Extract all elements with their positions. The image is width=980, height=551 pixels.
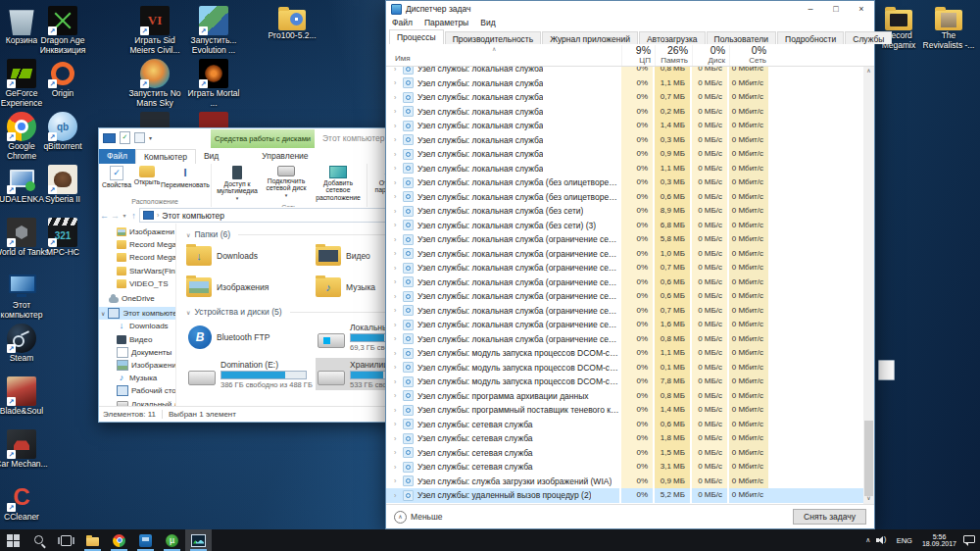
end-task-button[interactable]: Снять задачу [793, 509, 866, 525]
nav-item-Downloads[interactable]: ↓Downloads [99, 320, 175, 332]
new-folder-icon[interactable] [134, 132, 145, 143]
process-row[interactable]: ›Узел службы: локальная служба0%0,2 МБ0 … [386, 105, 863, 120]
chevron-right-icon[interactable]: › [394, 392, 399, 399]
drive-tile-Хранилище (F[interactable]: Хранилище (F533 ГБ свобод [316, 358, 393, 390]
desktop-icon-no-mans-sky[interactable]: ↗Запустить No Mans Sky [127, 59, 182, 112]
chevron-right-icon[interactable]: › [394, 335, 399, 342]
chevron-right-icon[interactable]: › [394, 66, 399, 73]
chevron-down-icon[interactable]: ▾ [121, 212, 128, 219]
clock[interactable]: 5:56 18.09.2017 [917, 533, 961, 548]
desktop-icon-syberia-2[interactable]: ↗Syberia II [35, 165, 90, 218]
desktop-icon-civilization-6[interactable]: VI↗Играть Sid Meiers Civil... [127, 6, 182, 59]
process-list-scrollbar[interactable]: ∧ ∨ [863, 66, 874, 504]
process-row[interactable]: ›Узел службы: локальная служба (без олиц… [386, 190, 863, 205]
nav-item-Record Megami[interactable]: Record Megami [99, 251, 175, 264]
column-memory[interactable]: 26% Память [655, 45, 688, 66]
menu-Параметры[interactable]: Параметры [418, 17, 474, 29]
column-disk[interactable]: 0% Диск [692, 45, 725, 66]
taskbar-task-view[interactable] [53, 529, 79, 551]
breadcrumb[interactable]: Этот компьютер [162, 211, 224, 221]
nav-item-Record Megami[interactable]: Record Megami [99, 238, 175, 251]
taskbar-task-manager[interactable] [185, 529, 212, 551]
chevron-right-icon[interactable]: › [394, 79, 399, 86]
desktop-icon-ccleaner[interactable]: C↗CCleaner [0, 482, 49, 535]
nav-item-Изображени[interactable]: Изображени [99, 225, 175, 238]
desktop-icon-evolution[interactable]: ↗Запустить... Evolution ... [186, 6, 241, 59]
chevron-right-icon[interactable]: › [394, 449, 399, 456]
chevron-right-icon[interactable]: › [394, 477, 399, 484]
chevron-right-icon[interactable]: › [394, 407, 399, 414]
properties-icon[interactable]: ✓ [120, 131, 130, 144]
folder-tile-Изображения[interactable]: Изображения [186, 275, 316, 300]
chevron-right-icon[interactable]: › [394, 123, 399, 129]
back-icon[interactable]: ← [99, 211, 110, 221]
explorer-tab-Компьютер[interactable]: Компьютер [135, 149, 196, 164]
ribbon-button-mapdrive[interactable]: Подключить сетевой диск▾ [261, 165, 312, 203]
desktop-icon-origin[interactable]: ↗Origin [35, 59, 90, 112]
process-row[interactable]: ›Узел службы: модуль запуска процессов D… [386, 346, 863, 361]
computer-icon[interactable] [103, 133, 116, 143]
chevron-right-icon[interactable]: › [394, 222, 399, 228]
folder-tile-Музыка[interactable]: ♪Музыка [316, 275, 393, 300]
nav-item-Видео[interactable]: Видео [99, 333, 175, 346]
chevron-right-icon[interactable]: › [394, 136, 399, 143]
chevron-right-icon[interactable]: › [394, 293, 399, 300]
taskbar-blue-app[interactable] [132, 529, 159, 551]
process-row[interactable]: ›Узел службы: локальная служба (без сети… [386, 204, 863, 219]
process-row[interactable]: ›Узел службы: локальная служба (без олиц… [386, 175, 863, 190]
tm-tab-Автозагрузка[interactable]: Автозагрузка [639, 31, 706, 44]
tray-chevron-up-icon[interactable]: ∧ [861, 536, 875, 544]
nav-item-Рабочий стол[interactable]: Рабочий стол [99, 384, 175, 397]
process-row[interactable]: ›Узел службы: локальная служба0%1,4 МБ0 … [386, 119, 863, 133]
drive-tile-Domination (E:)[interactable]: Domination (E:)386 ГБ свободно из 488 ГБ [186, 358, 316, 390]
folders-section-header[interactable]: ∨ Папки (6) [186, 229, 393, 239]
chevron-right-icon[interactable]: › [394, 307, 399, 314]
folder-tile-Downloads[interactable]: ↓Downloads [186, 243, 316, 269]
devices-section-header[interactable]: ∨ Устройства и диски (5) [186, 307, 393, 317]
scroll-down-icon[interactable]: ∨ [863, 493, 874, 504]
process-row[interactable]: ›Узел службы: локальная служба (ограниче… [386, 261, 863, 276]
tm-tab-Пользователи[interactable]: Пользователи [707, 31, 776, 44]
chevron-right-icon[interactable]: › [394, 236, 399, 243]
chevron-right-icon[interactable]: › [394, 278, 399, 285]
explorer-tab-Управление[interactable]: Управление [254, 149, 316, 164]
taskbar-search[interactable] [26, 529, 53, 551]
process-row[interactable]: ›Узел службы: локальная служба (ограниче… [386, 247, 863, 262]
chevron-right-icon[interactable]: › [394, 265, 399, 272]
explorer-tab-Файл[interactable]: Файл [99, 149, 135, 164]
chevron-right-icon[interactable]: › [394, 108, 399, 115]
desktop-icon-this-pc[interactable]: Этот компьютер [0, 271, 49, 324]
menu-Вид[interactable]: Вид [474, 17, 501, 29]
task-manager-titlebar[interactable]: Диспетчер задач – □ × [386, 1, 874, 17]
action-center-icon[interactable] [961, 534, 977, 546]
process-row[interactable]: ›Узел службы: модуль запуска процессов D… [386, 361, 863, 376]
tm-tab-Службы[interactable]: Службы [845, 31, 892, 44]
chevron-right-icon[interactable]: › [394, 250, 399, 257]
nav-item-VIDEO_TS[interactable]: VIDEO_TS [99, 277, 175, 290]
forward-icon[interactable]: → [110, 211, 121, 221]
process-row[interactable]: ›Узел службы: локальная служба0%0,8 МБ0 … [386, 66, 863, 76]
volume-icon[interactable]: ) [875, 534, 892, 546]
nav-item-OneDrive[interactable]: OneDrive [99, 292, 175, 305]
process-row[interactable]: ›Узел службы: локальная служба (ограниче… [386, 332, 863, 347]
desktop-icon-pro100-folder[interactable]: Pro100-5.2... [265, 6, 319, 59]
close-button[interactable]: × [849, 1, 874, 17]
ribbon-button-rename[interactable]: IПереименовать [162, 165, 209, 197]
process-row[interactable]: ›Узел службы: локальная служба0%0,9 МБ0 … [386, 147, 863, 162]
desktop-icon-revivalists-folder[interactable]: The Revivalists -... [921, 6, 976, 59]
maximize-button[interactable]: □ [823, 1, 849, 17]
nav-item-Этот компьютер[interactable]: ∨Этот компьютер [99, 307, 175, 320]
chevron-right-icon[interactable]: › [394, 435, 399, 442]
chevron-right-icon[interactable]: › [394, 151, 399, 158]
chevron-right-icon[interactable]: › [394, 350, 399, 357]
tm-tab-Подробности[interactable]: Подробности [777, 31, 844, 44]
taskbar-chrome[interactable] [106, 529, 132, 551]
column-network[interactable]: 0% Сеть [729, 45, 766, 66]
nav-item-Изображения[interactable]: Изображения [99, 359, 175, 372]
column-name[interactable]: Имя [395, 54, 411, 63]
desktop-icon-dragon-age[interactable]: ↗Dragon Age Инквизиция [35, 6, 90, 59]
scroll-up-icon[interactable]: ∧ [863, 66, 874, 76]
process-row[interactable]: ›Узел службы: локальная служба (без сети… [386, 219, 863, 233]
taskbar-utorrent[interactable]: µ [159, 529, 185, 551]
desktop-icon-blade-and-soul[interactable]: ↗Blade&Soul [0, 376, 49, 429]
